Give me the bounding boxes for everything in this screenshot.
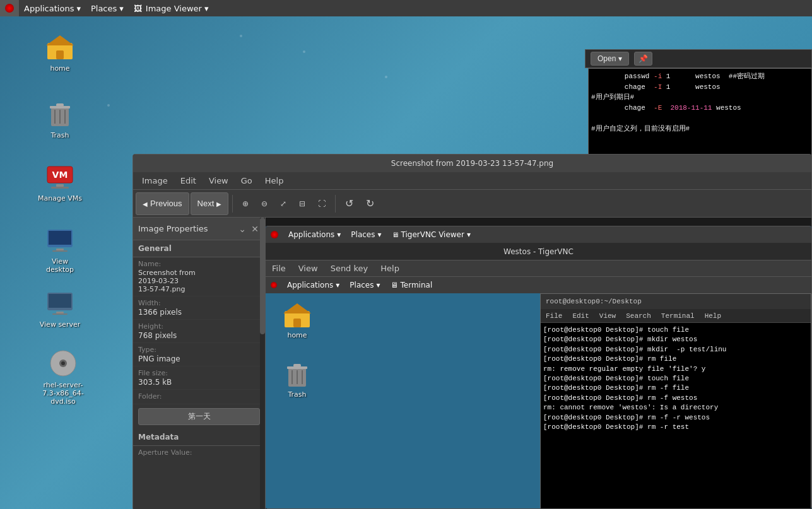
menu-help[interactable]: Help	[259, 175, 290, 187]
vnc-inner-terminal-btn[interactable]: 🖥 Terminal	[385, 281, 438, 290]
name-row: Name: Screenshot from2019-03-2313-57-47.…	[133, 257, 265, 296]
vnc-menu-help[interactable]: Help	[374, 262, 406, 274]
vnc-applications-menu[interactable]: Applications ▾	[283, 226, 346, 243]
places-menu[interactable]: Places ▾	[86, 0, 129, 16]
desktop-icon-home[interactable]: home	[35, 29, 85, 75]
height-row: Height: 768 pixels	[133, 320, 265, 343]
vnc-terminal-body[interactable]: [root@desktop0 Desktop]# touch file [roo…	[541, 323, 811, 508]
zoom-fit-icon: ⤢	[280, 199, 286, 208]
svg-point-25	[61, 361, 65, 365]
vnc-inner-apps[interactable]: Applications ▾	[282, 277, 344, 293]
tigervnc-icon: 🖥	[392, 231, 399, 239]
type-label: Type:	[138, 346, 260, 354]
apple-menu[interactable]	[0, 0, 19, 16]
home-icon-label: home	[50, 64, 69, 73]
rotate-left-icon	[345, 197, 353, 209]
svg-marker-29	[283, 303, 311, 313]
vnc-inner-places[interactable]: Places ▾	[344, 277, 385, 293]
svg-rect-6	[56, 103, 64, 107]
desktop-icon-trash[interactable]: Trash	[35, 96, 85, 142]
vnc-terminal-titlebar: root@desktop0:~/Desktop	[541, 294, 811, 309]
name-value: Screenshot from2019-03-2313-57-47.png	[138, 269, 260, 293]
menu-go[interactable]: Go	[235, 175, 259, 187]
vnc-apple-menu[interactable]	[266, 226, 283, 243]
fullscreen-button[interactable]: ⛶	[312, 192, 331, 215]
open-button[interactable]: Open ▾	[591, 52, 629, 66]
panel-close-icon[interactable]: ✕	[250, 224, 260, 234]
vnc-inner-terminal-label: Terminal	[401, 281, 433, 290]
svg-rect-20	[49, 294, 71, 308]
panel-collapse-icon[interactable]: ⌄	[237, 224, 247, 234]
menu-view[interactable]: View	[203, 175, 235, 187]
terminal-line-4: [root@desktop0 Desktop]# rm file	[543, 354, 808, 364]
applications-menu[interactable]: Applications ▾	[19, 0, 86, 16]
vnc-tigervnc-menu[interactable]: 🖥 TigerVNC Viewer ▾	[387, 226, 476, 243]
view-server-label: View server	[40, 320, 80, 329]
vnc-term-help[interactable]: Help	[700, 312, 726, 320]
svg-rect-18	[52, 250, 68, 252]
vnc-inner-places-label: Places	[350, 281, 374, 290]
desktop-icon-rhel-iso[interactable]: rhel-server-7.3-x86_64-dvd.iso	[35, 346, 91, 408]
general-section-title: General	[133, 240, 265, 257]
folder-button[interactable]: 第一天	[138, 408, 260, 425]
rotate-right-button[interactable]	[360, 192, 380, 215]
vnc-term-search[interactable]: Search	[621, 312, 656, 320]
image-viewer-menu[interactable]: 🖼 Image Viewer ▾	[129, 0, 214, 16]
top-menubar: Applications ▾ Places ▾ 🖼 Image Viewer ▾	[0, 0, 812, 16]
filesize-label: File size:	[138, 369, 260, 377]
vnc-term-view[interactable]: View	[594, 312, 621, 320]
open-dropdown-arrow: ▾	[618, 54, 622, 63]
svg-rect-16	[49, 231, 71, 245]
vnc-menu-send-key[interactable]: Send key	[324, 262, 375, 274]
next-button[interactable]: Next	[191, 192, 229, 215]
zoom-fit-button[interactable]: ⤢	[274, 192, 292, 215]
zoom-in-button[interactable]	[237, 192, 254, 215]
image-viewer-titlebar: Screenshot from 2019-03-23 13-57-47.png	[133, 155, 811, 172]
vnc-menu-view[interactable]: View	[292, 262, 324, 274]
rotate-left-button[interactable]	[339, 192, 359, 215]
terminal-line-11: [root@desktop0 Desktop]# rm -r test	[543, 423, 808, 432]
vnc-menu-file[interactable]: File	[266, 262, 292, 274]
tigervnc-body: Applications ▾ Places ▾ 🖥 Terminal	[266, 277, 811, 508]
zoom-out-button[interactable]	[256, 192, 273, 215]
panel-scrollbar[interactable]	[260, 218, 265, 509]
deco-dot	[107, 104, 110, 107]
vnc-places-menu[interactable]: Places ▾	[346, 226, 386, 243]
vnc-terminal-window: root@desktop0:~/Desktop File Edit View S…	[540, 293, 811, 508]
desktop-icon-view-desktop[interactable]: View desktop	[35, 222, 85, 276]
terminal-icon: 🖥	[391, 281, 398, 290]
vnc-term-file[interactable]: File	[541, 312, 567, 320]
folder-label: Folder:	[138, 392, 260, 401]
eog-top-bar: Open ▾ 📌	[585, 49, 812, 68]
previous-label: Previous	[150, 199, 182, 208]
pin-button[interactable]: 📌	[634, 52, 652, 66]
vnc-trash-label: Trash	[288, 390, 306, 399]
vnc-title-arrow: ▾	[467, 230, 471, 239]
width-row: Width: 1366 pixels	[133, 296, 265, 320]
terminal-line: chage -I 1 westos	[591, 82, 809, 93]
menu-image[interactable]: Image	[136, 175, 174, 187]
rhel-iso-label: rhel-server-7.3-x86_64-dvd.iso	[37, 381, 89, 406]
vnc-desktop-icon-trash[interactable]: Trash	[272, 359, 322, 399]
vnc-desktop-inner: Applications ▾ Places ▾ 🖥 Terminal	[266, 277, 811, 508]
vnc-trash-icon	[282, 359, 312, 389]
menu-edit[interactable]: Edit	[174, 175, 203, 187]
vnc-inner-apple[interactable]	[266, 277, 282, 293]
vm-icon: VM	[45, 161, 75, 192]
vnc-term-terminal[interactable]: Terminal	[656, 312, 700, 320]
desktop-icon-manage-vms[interactable]: VM Manage VMs	[35, 159, 85, 205]
svg-rect-14	[51, 187, 69, 189]
deco-dot	[385, 76, 387, 78]
previous-button[interactable]: Previous	[136, 192, 189, 215]
width-label: Width:	[138, 299, 260, 307]
next-icon	[216, 199, 221, 208]
svg-rect-33	[293, 364, 301, 367]
vnc-term-edit[interactable]: Edit	[567, 312, 594, 320]
desktop-icon-view-server[interactable]: View server	[35, 285, 85, 331]
vnc-desktop-icon-home[interactable]: home	[272, 300, 322, 339]
zoom-original-button[interactable]: ⊟	[293, 192, 311, 215]
panel-title: Image Properties	[138, 224, 208, 233]
svg-rect-21	[56, 312, 64, 313]
next-label: Next	[197, 199, 215, 208]
image-viewer-icon: 🖼	[134, 4, 142, 13]
